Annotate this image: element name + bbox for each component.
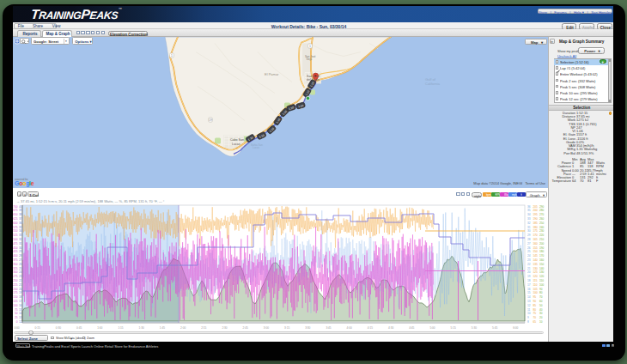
svg-text:170: 170 xyxy=(533,234,539,237)
svg-text:Lucas: Lucas xyxy=(232,142,240,145)
svg-text:110: 110 xyxy=(539,279,544,282)
svg-text:0:00: 0:00 xyxy=(14,326,19,330)
svg-text:30: 30 xyxy=(19,246,22,250)
svg-text:26: 26 xyxy=(19,263,22,266)
svg-text:11: 11 xyxy=(527,308,531,312)
svg-text:5:00: 5:00 xyxy=(429,326,435,330)
svg-text:32: 32 xyxy=(19,238,22,241)
svg-text:1:15: 1:15 xyxy=(118,326,123,330)
svg-text:2:30: 2:30 xyxy=(222,326,227,330)
svg-text:240: 240 xyxy=(539,226,545,229)
svg-text:6:00: 6:00 xyxy=(513,326,518,330)
svg-text:260: 260 xyxy=(539,217,545,221)
svg-text:1: 1 xyxy=(171,53,173,57)
svg-text:16: 16 xyxy=(19,304,22,307)
svg-text:4:45: 4:45 xyxy=(409,326,414,330)
svg-text:5:15: 5:15 xyxy=(451,326,456,330)
svg-text:425: 425 xyxy=(13,250,18,253)
svg-text:22: 22 xyxy=(19,279,22,282)
svg-text:12: 12 xyxy=(527,304,531,307)
svg-text:1:30: 1:30 xyxy=(139,326,144,330)
svg-text:145: 145 xyxy=(533,254,539,258)
svg-text:Lucas: Lucas xyxy=(253,146,260,149)
svg-text:del Cabo: del Cabo xyxy=(307,77,319,81)
svg-text:50: 50 xyxy=(539,304,543,307)
svg-text:2:15: 2:15 xyxy=(201,326,206,330)
svg-text:210: 210 xyxy=(539,238,545,241)
svg-text:10: 10 xyxy=(527,312,531,315)
svg-text:1: 1 xyxy=(309,44,311,47)
svg-text:4:30: 4:30 xyxy=(388,326,393,330)
svg-text:185: 185 xyxy=(533,221,539,225)
svg-text:3:45: 3:45 xyxy=(326,326,331,330)
svg-text:700: 700 xyxy=(13,205,18,209)
svg-text:50: 50 xyxy=(15,312,18,315)
svg-text:600: 600 xyxy=(13,221,18,225)
svg-text:200: 200 xyxy=(539,242,545,246)
svg-text:150: 150 xyxy=(539,263,545,266)
svg-text:280: 280 xyxy=(539,209,545,212)
svg-text:200: 200 xyxy=(533,209,539,212)
svg-text:200: 200 xyxy=(13,288,18,291)
svg-text:26: 26 xyxy=(527,246,531,250)
svg-text:40: 40 xyxy=(19,205,22,209)
svg-text:4:00: 4:00 xyxy=(347,326,352,330)
svg-text:31: 31 xyxy=(527,226,531,229)
svg-text:20: 20 xyxy=(539,316,543,319)
svg-text:160: 160 xyxy=(539,258,545,262)
svg-text:21: 21 xyxy=(19,283,22,287)
svg-text:190: 190 xyxy=(539,246,545,250)
svg-text:100: 100 xyxy=(533,291,539,294)
svg-text:8: 8 xyxy=(527,320,529,324)
svg-text:19: 19 xyxy=(19,291,22,294)
svg-text:195: 195 xyxy=(533,213,539,216)
svg-text:125: 125 xyxy=(13,300,18,303)
svg-text:30: 30 xyxy=(527,229,531,233)
svg-text:180: 180 xyxy=(533,226,539,229)
svg-text:35: 35 xyxy=(19,226,22,229)
svg-text:550: 550 xyxy=(13,229,18,233)
svg-text:19: 19 xyxy=(527,275,531,278)
svg-text:155: 155 xyxy=(533,246,539,250)
svg-text:0:15: 0:15 xyxy=(35,326,40,330)
svg-text:130: 130 xyxy=(539,270,545,274)
svg-text:125: 125 xyxy=(533,270,539,274)
svg-text:21: 21 xyxy=(527,267,531,270)
svg-text:36: 36 xyxy=(527,205,531,209)
svg-text:275: 275 xyxy=(13,275,18,278)
svg-text:300: 300 xyxy=(13,270,18,274)
svg-text:0: 0 xyxy=(16,320,18,324)
svg-text:120: 120 xyxy=(533,275,539,278)
svg-text:150: 150 xyxy=(13,295,18,299)
svg-text:175: 175 xyxy=(533,229,539,233)
svg-text:13: 13 xyxy=(19,316,22,319)
svg-text:25: 25 xyxy=(19,267,22,270)
svg-text:23: 23 xyxy=(527,258,531,262)
svg-text:23: 23 xyxy=(19,275,22,278)
svg-text:20: 20 xyxy=(527,270,531,274)
svg-text:500: 500 xyxy=(13,238,18,241)
svg-text:5:45: 5:45 xyxy=(492,326,497,330)
svg-text:170: 170 xyxy=(539,254,545,258)
svg-text:110: 110 xyxy=(533,283,538,287)
svg-text:475: 475 xyxy=(13,242,18,246)
svg-text:75: 75 xyxy=(15,308,18,312)
svg-text:18: 18 xyxy=(19,295,22,299)
svg-text:20: 20 xyxy=(19,288,22,291)
svg-text:31: 31 xyxy=(19,242,22,246)
svg-text:14: 14 xyxy=(527,295,531,299)
svg-text:27: 27 xyxy=(19,258,22,262)
svg-text:0:45: 0:45 xyxy=(76,326,82,330)
svg-text:40: 40 xyxy=(539,308,543,312)
svg-text:28: 28 xyxy=(19,254,22,258)
svg-text:27: 27 xyxy=(527,242,531,246)
svg-text:29: 29 xyxy=(527,234,531,237)
svg-text:80: 80 xyxy=(539,291,543,294)
svg-text:California: California xyxy=(425,81,441,85)
svg-text:3:30: 3:30 xyxy=(305,326,310,330)
svg-text:34: 34 xyxy=(527,213,531,216)
svg-text:36: 36 xyxy=(19,221,22,225)
svg-text:28: 28 xyxy=(527,238,531,241)
svg-text:18: 18 xyxy=(527,279,531,282)
svg-text:15: 15 xyxy=(527,291,531,294)
